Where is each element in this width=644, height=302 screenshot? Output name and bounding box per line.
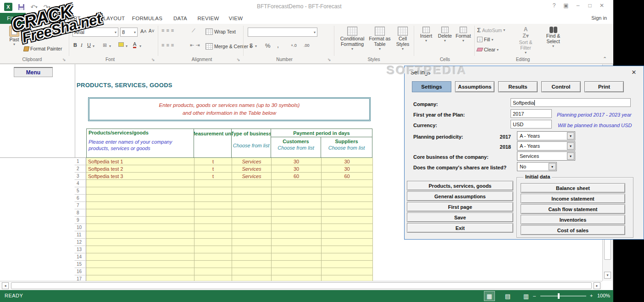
format-painter-button[interactable]: Format Painter xyxy=(24,46,62,51)
row-number[interactable]: 1 xyxy=(75,158,86,165)
periodicity-2017-select[interactable]: A - Years▾ xyxy=(517,131,575,140)
cell-unit[interactable] xyxy=(194,217,232,224)
cell-unit[interactable] xyxy=(194,261,232,268)
bold-button[interactable]: B xyxy=(73,42,77,48)
cell-suppliers[interactable] xyxy=(322,231,373,239)
underline-dropdown-icon[interactable]: ▾ xyxy=(93,44,94,48)
cell-type[interactable] xyxy=(232,268,272,275)
horizontal-scrollbar[interactable]: ◂ ▸ xyxy=(0,281,602,290)
cell-unit[interactable] xyxy=(194,224,232,231)
autosum-button[interactable]: Σ AutoSum▾ xyxy=(477,27,505,34)
cell-unit[interactable] xyxy=(194,253,232,261)
conditional-formatting-button[interactable]: Conditional Formatting▾ xyxy=(339,27,366,51)
shrink-font-icon[interactable]: A˅ xyxy=(149,28,155,34)
header-suppliers[interactable]: Suppliers Choose from list xyxy=(321,137,372,158)
zoom-out-icon[interactable]: – xyxy=(533,293,536,298)
cell-type[interactable]: Services xyxy=(232,173,272,180)
dropdown-icon[interactable]: ▾ xyxy=(567,142,574,150)
wrap-text-button[interactable]: Wrap Text xyxy=(205,28,236,35)
cell-name[interactable] xyxy=(86,268,194,275)
cell-customers[interactable] xyxy=(272,224,322,231)
button-products-services-goods[interactable]: Products, services, goods xyxy=(407,181,513,190)
indent-icons[interactable]: ⇤⇥ xyxy=(190,42,201,48)
font-color-icon[interactable]: A xyxy=(133,41,136,48)
currency-icon[interactable]: $ xyxy=(250,42,253,49)
dropdown-icon[interactable]: ▾ xyxy=(549,163,556,170)
ribbon-tab-formulas[interactable]: FORMULAS xyxy=(129,13,165,24)
first-year-input[interactable]: 2017 xyxy=(511,109,552,118)
header-products[interactable]: Products/services/goods Please enter nam… xyxy=(86,129,194,158)
cell-customers[interactable] xyxy=(272,275,322,281)
row-number[interactable]: 7 xyxy=(75,202,86,209)
italic-button[interactable]: I xyxy=(81,42,83,48)
borders-dropdown-icon[interactable]: ▾ xyxy=(109,44,111,48)
cell-customers[interactable] xyxy=(272,253,322,261)
cell-name[interactable] xyxy=(86,187,194,195)
cell-customers[interactable] xyxy=(272,261,322,268)
cell-type[interactable] xyxy=(232,275,272,281)
shares-listed-select[interactable]: No▾ xyxy=(517,162,557,171)
ribbon-tab-review[interactable]: REVIEW xyxy=(194,13,222,24)
row-number[interactable]: 9 xyxy=(75,217,86,224)
number-format-combo[interactable]: ▾ xyxy=(248,28,317,37)
row-number[interactable]: 12 xyxy=(75,239,86,246)
cell-type[interactable] xyxy=(232,187,272,195)
decrease-decimal-icon[interactable]: .00 xyxy=(304,43,310,48)
close-icon[interactable]: ✕ xyxy=(596,2,608,9)
cell-type[interactable] xyxy=(232,239,272,246)
dialog-tab-print[interactable]: Print xyxy=(584,81,624,92)
cell-customers[interactable] xyxy=(272,239,322,246)
cell-type[interactable] xyxy=(232,231,272,239)
cell-suppliers[interactable]: 30 xyxy=(322,158,373,165)
button-general-assumptions[interactable]: General assumptions xyxy=(407,191,513,201)
scroll-down-icon[interactable]: ▾ xyxy=(604,272,611,279)
format-cells-button[interactable]: Format▾ xyxy=(454,27,472,43)
minimize-icon[interactable]: – xyxy=(572,2,584,9)
cell-customers[interactable] xyxy=(272,209,322,217)
zoom-slider-handle[interactable] xyxy=(558,293,560,299)
cell-unit[interactable]: t xyxy=(194,165,232,173)
row-number[interactable]: 3 xyxy=(75,173,86,180)
button-inventories[interactable]: Inventories xyxy=(521,215,625,224)
normal-view-icon[interactable]: ▦ xyxy=(484,291,495,301)
cell-unit[interactable] xyxy=(194,246,232,253)
ribbon-tab-data[interactable]: DATA xyxy=(169,13,192,24)
cell-customers[interactable] xyxy=(272,195,322,202)
row-number[interactable]: 10 xyxy=(75,224,86,231)
grow-font-icon[interactable]: A˄ xyxy=(140,28,147,34)
cell-name[interactable] xyxy=(86,209,194,217)
clipboard-launcher-icon[interactable]: ⇘ xyxy=(62,57,66,62)
cell-suppliers[interactable] xyxy=(322,195,373,202)
cell-customers[interactable] xyxy=(272,180,322,187)
cell-styles-button[interactable]: Cell Styles▾ xyxy=(393,27,413,51)
comma-icon[interactable]: , xyxy=(277,41,279,49)
cell-name[interactable] xyxy=(86,231,194,239)
cell-suppliers[interactable] xyxy=(322,209,373,217)
scroll-left-icon[interactable]: ◂ xyxy=(2,282,9,289)
cell-type[interactable] xyxy=(232,195,272,202)
cell-unit[interactable] xyxy=(194,180,232,187)
format-as-table-button[interactable]: Format as Table▾ xyxy=(367,27,393,51)
cell-suppliers[interactable] xyxy=(322,224,373,231)
button-first-page[interactable]: First page xyxy=(407,202,513,212)
cell-suppliers[interactable] xyxy=(322,246,373,253)
alignment-launcher-icon[interactable]: ⇘ xyxy=(237,57,240,62)
cell-type[interactable] xyxy=(232,253,272,261)
cell-name[interactable] xyxy=(86,253,194,261)
number-launcher-icon[interactable]: ⇘ xyxy=(328,57,331,62)
dialog-tab-assumptions[interactable]: Assumptions xyxy=(455,81,494,92)
delete-cells-button[interactable]: Delete▾ xyxy=(436,27,454,43)
cell-type[interactable] xyxy=(232,246,272,253)
cell-name[interactable] xyxy=(86,180,194,187)
cell-customers[interactable] xyxy=(272,202,322,209)
excel-app-icon[interactable]: X xyxy=(4,2,13,11)
cell-unit[interactable] xyxy=(194,239,232,246)
cell-name[interactable]: Softpedia test 2 xyxy=(86,165,194,173)
cell-type[interactable] xyxy=(232,261,272,268)
button-income-statement[interactable]: Income statement xyxy=(521,194,625,203)
cell-suppliers[interactable] xyxy=(322,268,373,275)
cell-suppliers[interactable] xyxy=(322,202,373,209)
zoom-slider-track[interactable] xyxy=(540,296,586,296)
ribbon-tab-view[interactable]: VIEW xyxy=(225,13,247,24)
cell-customers[interactable]: 30 xyxy=(272,165,322,173)
